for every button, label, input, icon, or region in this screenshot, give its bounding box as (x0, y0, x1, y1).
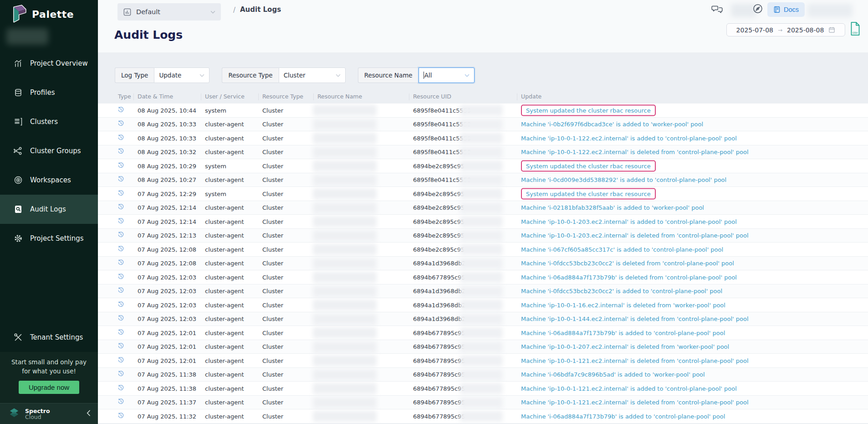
sidebar-item-project-overview[interactable]: Project Overview (0, 49, 98, 78)
cell-user-service: cluster-agent (205, 315, 244, 322)
update-link[interactable]: Machine 'ip-10-0-1-203.ec2.internal' is … (521, 218, 737, 225)
csv-download-icon[interactable]: csv (849, 21, 861, 37)
sidebar-item-project-settings[interactable]: Project Settings (0, 224, 98, 253)
cell-resource-uid: 6894a1d3968db2 (413, 260, 465, 267)
brand-line2: Cloud (25, 414, 50, 420)
project-scope-select[interactable]: Default (117, 3, 221, 21)
table-header: Type Date & Time User / Service Resource… (98, 90, 868, 103)
update-link[interactable]: System updated the cluster rbac resource (521, 188, 656, 199)
sidebar-item-workspaces[interactable]: Workspaces (0, 165, 98, 195)
date-end[interactable]: 2025-08-08 (787, 26, 824, 34)
redacted-resource-name (313, 216, 377, 227)
table-row: 08 Aug 2025, 10:27 cluster-agent Cluster… (98, 173, 868, 187)
sidebar-item-label: Project Overview (30, 59, 88, 67)
cell-resource-uid: 6894be2c895c95 (413, 204, 465, 211)
history-type-icon (117, 231, 124, 239)
redacted-resource-uid-suffix (460, 160, 503, 171)
feedback-chat-icon[interactable] (711, 4, 723, 16)
palette-logo[interactable]: Palette (10, 5, 74, 24)
update-link[interactable]: Machine 'ip-10-0-1-121.ec2.internal' is … (521, 385, 737, 392)
history-type-icon (117, 357, 124, 365)
update-link[interactable]: Machine 'ip-10-0-1-122.ec2.internal' is … (521, 134, 737, 141)
col-date-time: Date & Time (138, 93, 173, 100)
update-link[interactable]: Machine 'i-06ad884a7f173b79b' is deleted… (521, 274, 737, 280)
update-link[interactable]: Machine 'ip-10-0-1-121.ec2.internal' is … (521, 357, 749, 364)
cell-resource-type: Cluster (262, 149, 283, 155)
upgrade-now-button[interactable]: Upgrade now (19, 381, 79, 394)
cell-date-time: 07 Aug 2025, 11:38 (138, 371, 196, 378)
cell-user-service: cluster-agent (205, 343, 244, 350)
docs-button[interactable]: Docs (767, 2, 805, 17)
chart-icon (14, 59, 23, 68)
update-link[interactable]: Machine 'ip-10-0-1-16.ec2.internal' is d… (521, 301, 725, 308)
update-link[interactable]: Machine 'i-0fdcc53bcb23c0cc2' is added t… (521, 288, 722, 295)
cell-date-time: 07 Aug 2025, 12:03 (138, 315, 196, 322)
sidebar-item-audit-logs[interactable]: Audit Logs (0, 195, 98, 224)
breadcrumb-current: Audit Logs (240, 5, 281, 14)
filter-resource-name-value: All (424, 72, 465, 79)
svg-text:csv: csv (853, 31, 858, 35)
update-link[interactable]: Machine 'i-06ad884a7f173b79b' is added t… (521, 329, 725, 336)
update-link[interactable]: Machine 'i-0fdcc53bcb23c0cc2' is deleted… (521, 260, 734, 267)
update-link[interactable]: Machine 'ip-10-0-1-121.ec2.internal' is … (521, 399, 749, 406)
redacted-resource-name (313, 147, 377, 158)
cell-resource-uid: 6894a1d3968db2 (413, 315, 465, 322)
cell-update: Machine 'i-0cd009e3dd5388292' is added t… (521, 176, 726, 183)
header-divider (133, 93, 134, 100)
table-row: 08 Aug 2025, 10:33 cluster-agent Cluster… (98, 131, 868, 145)
filter-log-type-select[interactable]: Update (154, 67, 209, 83)
filter-resource-type-select[interactable]: Cluster (279, 67, 346, 83)
redacted-resource-name (313, 300, 377, 310)
update-link[interactable]: System updated the cluster rbac resource (521, 160, 656, 171)
filter-resource-name-label: Resource Name (358, 67, 419, 83)
calendar-icon (828, 26, 835, 33)
layers-icon (14, 88, 23, 97)
collapse-sidebar-icon[interactable] (87, 409, 91, 418)
sidebar-item-profiles[interactable]: Profiles (0, 78, 98, 107)
update-link[interactable]: Machine 'i-067cf605a85cc317c' is added t… (521, 246, 723, 253)
redacted-project-name (6, 28, 48, 45)
update-link[interactable]: Machine 'i-06ad884a7f173b79b' is added t… (521, 413, 725, 419)
update-link[interactable]: Machine 'i-06bdfa7c9c896b5ad' is added t… (521, 371, 705, 378)
promo-line2: for what you use! (0, 367, 98, 376)
cell-date-time: 07 Aug 2025, 11:38 (138, 385, 196, 392)
cell-resource-type: Cluster (262, 301, 283, 308)
date-range-picker[interactable]: 2025-07-08 → 2025-08-08 (726, 23, 845, 36)
update-link[interactable]: Machine 'ip-10-0-1-207.ec2.internal' is … (521, 343, 729, 350)
cell-user-service: cluster-agent (205, 134, 244, 141)
cell-resource-uid: 6894b677895c95 (413, 413, 465, 419)
cell-resource-uid: 6894b677895c95 (413, 385, 465, 392)
redacted-resource-uid-suffix (460, 355, 503, 366)
cell-user-service: cluster-agent (205, 385, 244, 392)
redacted-resource-uid-suffix (460, 397, 503, 408)
filter-resource-name-select[interactable]: All (419, 67, 475, 83)
update-link[interactable]: Machine 'i-0cd009e3dd5388292' is added t… (521, 176, 726, 183)
redacted-resource-name (313, 327, 377, 338)
cell-date-time: 07 Aug 2025, 12:01 (138, 329, 196, 336)
sidebar-item-cluster-groups[interactable]: Cluster Groups (0, 136, 98, 165)
col-type: Type (118, 93, 131, 100)
update-link[interactable]: Machine 'i-0b2f697f6dbcad3ce' is added t… (521, 121, 703, 128)
update-link[interactable]: Machine 'i-02181bfab328f5aab' is added t… (521, 204, 704, 211)
sidebar-item-clusters[interactable]: Clusters (0, 107, 98, 136)
history-type-icon (117, 217, 124, 226)
redacted-resource-uid-suffix (460, 327, 503, 338)
cell-date-time: 07 Aug 2025, 11:37 (138, 399, 196, 406)
redacted-resource-uid-suffix (460, 369, 503, 380)
cell-resource-uid: 6894b677895c95 (413, 399, 465, 406)
update-link[interactable]: Machine 'ip-10-0-1-144.ec2.internal' is … (521, 315, 749, 322)
update-link[interactable]: Machine 'ip-10-0-1-122.ec2.internal' is … (521, 149, 749, 155)
compass-tour-icon[interactable] (752, 3, 763, 16)
update-link[interactable]: Machine 'ip-10-0-1-203.ec2.internal' is … (521, 232, 749, 239)
redacted-resource-name (313, 314, 377, 325)
cell-user-service: system (205, 107, 226, 114)
history-type-icon (117, 273, 124, 281)
cell-update: Machine 'i-067cf605a85cc317c' is added t… (521, 246, 723, 253)
upgrade-promo: Start small and only pay for what you us… (0, 352, 98, 403)
cell-resource-type: Cluster (262, 413, 283, 419)
update-link[interactable]: System updated the cluster rbac resource (521, 104, 656, 116)
date-start[interactable]: 2025-07-08 (736, 26, 773, 34)
sidebar-item-tenant-settings[interactable]: Tenant Settings (0, 323, 98, 352)
cell-update: Machine 'i-06ad884a7f173b79b' is added t… (521, 329, 725, 336)
chevron-down-icon (210, 10, 215, 14)
